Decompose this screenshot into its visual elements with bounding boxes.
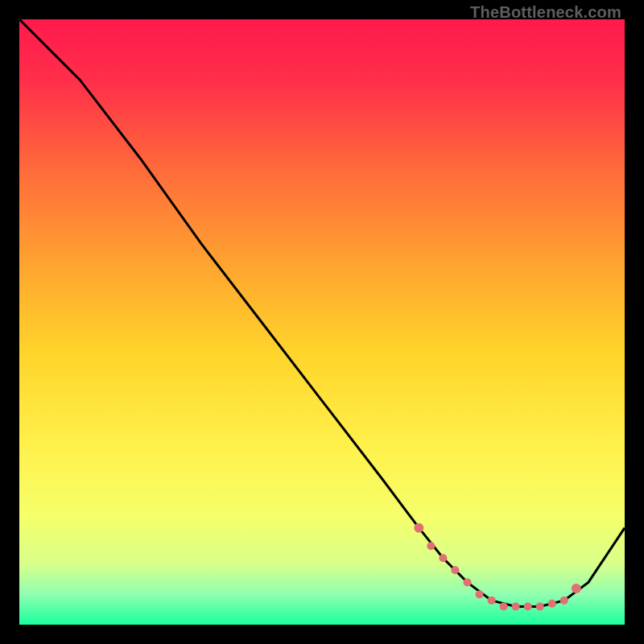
marker-dot (548, 600, 556, 608)
marker-dot (451, 566, 459, 574)
marker-dot (500, 602, 508, 610)
marker-dot (414, 523, 423, 533)
marker-dot (488, 597, 496, 605)
marker-dot (560, 597, 568, 605)
marker-dot (524, 602, 532, 610)
marker-dot (536, 602, 544, 610)
marker-dot (427, 542, 435, 550)
marker-dot (476, 590, 484, 598)
marker-dot (572, 584, 581, 593)
watermark-text: TheBottleneck.com (470, 3, 621, 22)
marker-dot (512, 602, 520, 610)
marker-dot (464, 578, 472, 586)
chart-background (19, 19, 625, 625)
chart-frame (19, 19, 625, 625)
bottleneck-chart (19, 19, 625, 625)
marker-dot (439, 554, 447, 562)
